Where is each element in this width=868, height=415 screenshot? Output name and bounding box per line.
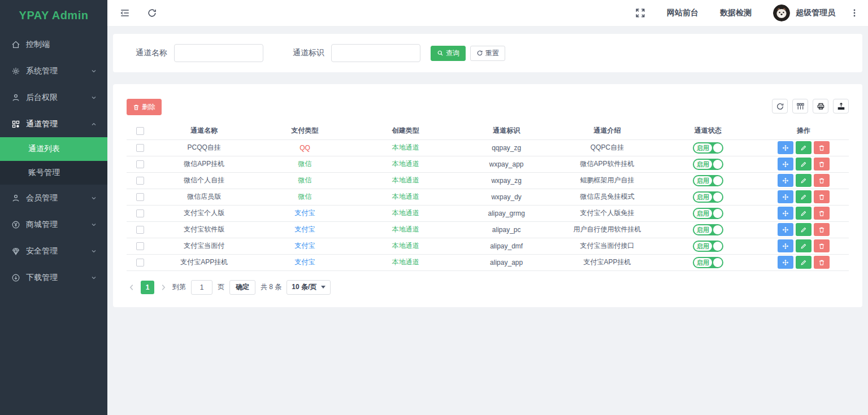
data-check-link[interactable]: 数据检测	[720, 8, 752, 18]
sidebar-item-system[interactable]: 系统管理	[0, 58, 107, 84]
cell-channel-name: 支付宝个人版	[154, 205, 254, 221]
reset-button[interactable]: 重置	[470, 46, 505, 61]
edit-row-button[interactable]	[796, 158, 811, 171]
row-checkbox[interactable]	[136, 209, 144, 217]
status-toggle[interactable]: 启用	[693, 241, 723, 252]
sidebar-item-permissions[interactable]: 后台权限	[0, 84, 107, 111]
bulk-delete-button[interactable]: 删除	[127, 99, 162, 115]
channel-table: 通道名称 支付类型 创建类型 通道标识 通道介绍 通道状态 操作 PCQQ自挂Q…	[127, 122, 849, 271]
status-toggle[interactable]: 启用	[693, 224, 723, 235]
app-logo: YPAY Admin	[0, 0, 107, 31]
prev-page-icon[interactable]	[128, 283, 136, 291]
sidebar-item-label: 下载管理	[26, 273, 58, 283]
edit-row-button[interactable]	[796, 207, 811, 220]
sidebar-item-console[interactable]: 控制端	[0, 31, 107, 58]
cell-create-type: 本地通道	[355, 156, 456, 172]
channel-name-input[interactable]	[174, 44, 263, 62]
sidebar: YPAY Admin 控制端 系统管理 后台权限 通道管	[0, 0, 107, 415]
select-all-checkbox[interactable]	[136, 127, 144, 135]
edit-icon	[800, 145, 807, 151]
status-toggle[interactable]: 启用	[693, 175, 723, 186]
sidebar-item-channels[interactable]: 通道管理	[0, 111, 107, 137]
status-toggle[interactable]: 启用	[693, 257, 723, 268]
row-checkbox[interactable]	[136, 160, 144, 168]
fullscreen-icon[interactable]	[635, 8, 645, 18]
col-channel-status: 通道状态	[658, 122, 758, 139]
user-icon	[11, 194, 20, 203]
column-settings-icon[interactable]	[792, 99, 808, 113]
edit-row-button[interactable]	[796, 239, 811, 252]
edit-row-button[interactable]	[796, 256, 811, 269]
edit-icon	[800, 226, 807, 233]
edit-row-button[interactable]	[796, 223, 811, 236]
table-row: 微信APP挂机微信本地通道wxpay_app微信APP软件挂机启用	[127, 156, 849, 172]
goto-page-input[interactable]	[191, 280, 212, 295]
delete-row-button[interactable]	[814, 207, 830, 220]
status-toggle[interactable]: 启用	[693, 159, 723, 170]
cell-pay-type: 支付宝	[254, 238, 355, 254]
site-frontend-link[interactable]: 网站前台	[667, 8, 698, 18]
move-row-button[interactable]	[778, 141, 793, 154]
status-toggle[interactable]: 启用	[693, 142, 723, 154]
row-checkbox[interactable]	[136, 193, 144, 201]
print-icon[interactable]	[813, 99, 828, 113]
sidebar-item-label: 安全管理	[26, 246, 58, 256]
next-page-icon[interactable]	[159, 283, 167, 291]
cell-create-type: 本地通道	[355, 139, 456, 156]
table-row: 支付宝当面付支付宝本地通道alipay_dmf支付宝当面付接口启用	[127, 238, 849, 254]
cell-channel-name: 微信店员版	[154, 189, 254, 205]
avatar[interactable]	[773, 5, 790, 21]
move-row-button[interactable]	[778, 239, 793, 252]
page-size-select[interactable]: 10 条/页	[287, 280, 331, 295]
username-label[interactable]: 超级管理员	[796, 8, 835, 18]
more-options-icon[interactable]	[850, 8, 859, 18]
refresh-page-icon[interactable]	[147, 8, 157, 18]
delete-row-button[interactable]	[814, 174, 830, 187]
delete-row-button[interactable]	[814, 158, 830, 171]
status-toggle[interactable]: 启用	[693, 208, 723, 219]
sidebar-item-downloads[interactable]: 下载管理	[0, 264, 107, 291]
edit-row-button[interactable]	[796, 174, 811, 187]
row-checkbox[interactable]	[136, 144, 144, 152]
delete-row-button[interactable]	[814, 223, 830, 236]
sidebar-item-members[interactable]: 会员管理	[0, 185, 107, 211]
export-icon[interactable]	[833, 99, 849, 113]
move-row-button[interactable]	[778, 207, 793, 220]
edit-row-button[interactable]	[796, 141, 811, 154]
sidebar-subitem-account-management[interactable]: 账号管理	[0, 161, 107, 185]
delete-row-button[interactable]	[814, 256, 830, 269]
edit-row-button[interactable]	[796, 190, 811, 203]
delete-row-button[interactable]	[814, 239, 830, 252]
cell-pay-type: 支付宝	[254, 221, 355, 238]
channel-code-input[interactable]	[331, 44, 420, 62]
move-icon	[782, 194, 789, 200]
row-checkbox[interactable]	[136, 177, 144, 185]
move-row-button[interactable]	[778, 223, 793, 236]
status-toggle[interactable]: 启用	[693, 191, 723, 203]
toggle-knob-icon	[713, 242, 722, 251]
refresh-table-icon[interactable]	[772, 99, 788, 113]
delete-row-button[interactable]	[814, 190, 830, 203]
page-1-button[interactable]: 1	[141, 281, 154, 294]
sidebar-item-security[interactable]: 安全管理	[0, 238, 107, 264]
delete-row-button[interactable]	[814, 141, 830, 154]
col-pay-type: 支付类型	[254, 122, 355, 139]
move-row-button[interactable]	[778, 190, 793, 203]
cell-channel-intro: 微信APP软件挂机	[557, 156, 657, 172]
sidebar-item-label: 会员管理	[26, 193, 58, 203]
row-checkbox[interactable]	[136, 259, 144, 267]
cell-channel-code: alipay_pc	[456, 221, 557, 238]
collapse-sidebar-icon[interactable]	[120, 8, 130, 18]
move-row-button[interactable]	[778, 256, 793, 269]
trash-icon	[818, 194, 825, 200]
search-button[interactable]: 查询	[431, 46, 466, 61]
sidebar-item-mall[interactable]: 商城管理	[0, 211, 107, 238]
sidebar-subitem-channel-list[interactable]: 通道列表	[0, 137, 107, 161]
move-row-button[interactable]	[778, 158, 793, 171]
row-checkbox[interactable]	[136, 242, 144, 250]
col-create-type: 创建类型	[355, 122, 456, 139]
row-checkbox[interactable]	[136, 226, 144, 234]
move-row-button[interactable]	[778, 174, 793, 187]
goto-confirm-button[interactable]: 确定	[229, 280, 255, 295]
trash-icon	[818, 210, 825, 217]
